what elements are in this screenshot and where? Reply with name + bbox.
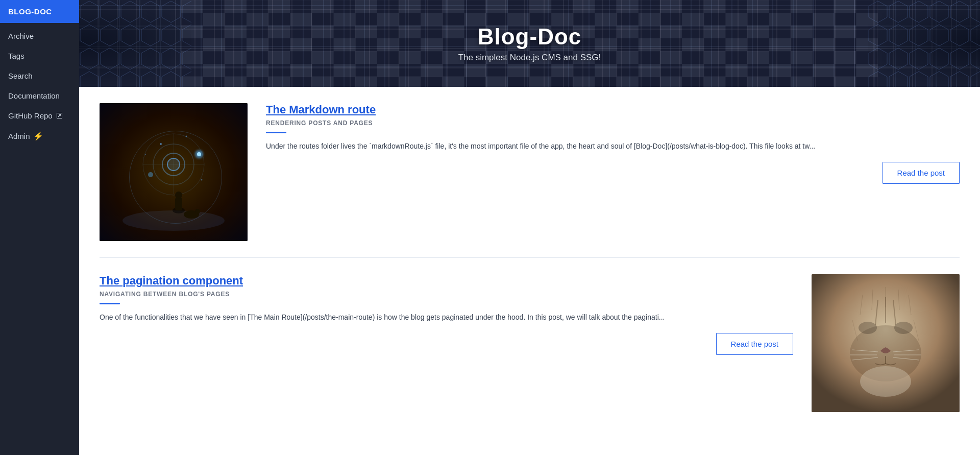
read-post-button[interactable]: Read the post bbox=[716, 333, 793, 355]
hex-right-svg bbox=[868, 0, 980, 87]
svg-rect-10 bbox=[100, 103, 248, 241]
svg-point-11 bbox=[122, 210, 225, 231]
svg-point-18 bbox=[195, 150, 203, 158]
post-card: The Markdown route RENDERING POSTS AND P… bbox=[100, 87, 960, 258]
sidebar-item-documentation[interactable]: Documentation bbox=[0, 86, 79, 106]
sidebar-nav: Archive Tags Search Documentation GitHub… bbox=[0, 23, 79, 147]
post-card: The pagination component NAVIGATING BETW… bbox=[100, 258, 960, 428]
svg-point-21 bbox=[173, 207, 185, 213]
post-image-scifi bbox=[100, 103, 248, 241]
svg-point-19 bbox=[197, 152, 201, 156]
scifi-illustration bbox=[100, 103, 248, 241]
post-divider bbox=[266, 132, 286, 133]
post-excerpt: One of the functionalities that we have … bbox=[100, 312, 793, 323]
post-title[interactable]: The pagination component bbox=[100, 274, 793, 288]
sidebar-item-github[interactable]: GitHub Repo bbox=[0, 106, 79, 126]
post-excerpt: Under the routes folder lives the `markd… bbox=[266, 140, 960, 152]
svg-point-46 bbox=[859, 322, 877, 334]
post-image-cat bbox=[812, 274, 960, 412]
svg-point-20 bbox=[148, 172, 153, 177]
post-subtitle: NAVIGATING BETWEEN BLOG'S PAGES bbox=[100, 291, 793, 298]
lightning-icon: ⚡ bbox=[33, 131, 43, 141]
svg-rect-1 bbox=[79, 0, 191, 87]
hero-section: Blog-Doc The simplest Node.js CMS and SS… bbox=[79, 0, 980, 87]
sidebar-item-admin[interactable]: Admin ⚡ bbox=[0, 126, 79, 147]
svg-point-14 bbox=[162, 153, 185, 176]
svg-point-15 bbox=[167, 158, 180, 171]
main-content: Blog-Doc The simplest Node.js CMS and SS… bbox=[79, 0, 980, 455]
external-link-icon bbox=[57, 113, 62, 118]
brand-logo[interactable]: BLOG-DOC bbox=[0, 0, 79, 23]
sidebar-item-tags[interactable]: Tags bbox=[0, 46, 79, 66]
sidebar-item-archive[interactable]: Archive bbox=[0, 26, 79, 46]
svg-point-23 bbox=[175, 191, 182, 199]
sidebar-item-label: Tags bbox=[8, 52, 24, 60]
svg-rect-3 bbox=[868, 0, 980, 87]
sidebar-item-label: Search bbox=[8, 71, 33, 80]
sidebar-item-label: Admin bbox=[8, 132, 30, 140]
sidebar-item-label: GitHub Repo bbox=[8, 111, 53, 120]
hero-content: Blog-Doc The simplest Node.js CMS and SS… bbox=[458, 24, 601, 63]
svg-point-26 bbox=[160, 143, 162, 145]
post-divider bbox=[100, 303, 120, 304]
svg-point-29 bbox=[145, 154, 146, 155]
hero-title: Blog-Doc bbox=[458, 24, 601, 50]
post-content: The pagination component NAVIGATING BETW… bbox=[100, 274, 793, 355]
svg-point-12 bbox=[143, 134, 204, 195]
svg-point-27 bbox=[186, 136, 187, 137]
hero-subtitle: The simplest Node.js CMS and SSG! bbox=[458, 53, 601, 63]
svg-point-51 bbox=[860, 366, 911, 397]
hex-left-svg bbox=[79, 0, 191, 87]
cat-illustration bbox=[812, 274, 960, 412]
post-title[interactable]: The Markdown route bbox=[266, 103, 960, 116]
svg-point-25 bbox=[195, 209, 200, 214]
sidebar-item-search[interactable]: Search bbox=[0, 66, 79, 86]
svg-point-24 bbox=[184, 210, 199, 219]
svg-point-28 bbox=[201, 179, 203, 181]
sidebar: BLOG-DOC Archive Tags Search Documentati… bbox=[0, 0, 79, 455]
svg-rect-22 bbox=[175, 198, 182, 210]
post-subtitle: RENDERING POSTS AND PAGES bbox=[266, 119, 960, 127]
sidebar-item-label: Archive bbox=[8, 32, 34, 40]
svg-point-13 bbox=[153, 144, 194, 185]
post-content: The Markdown route RENDERING POSTS AND P… bbox=[266, 103, 960, 184]
sidebar-item-label: Documentation bbox=[8, 91, 60, 100]
posts-area: The Markdown route RENDERING POSTS AND P… bbox=[79, 87, 980, 455]
svg-point-47 bbox=[894, 322, 913, 334]
read-post-button[interactable]: Read the post bbox=[883, 162, 960, 184]
